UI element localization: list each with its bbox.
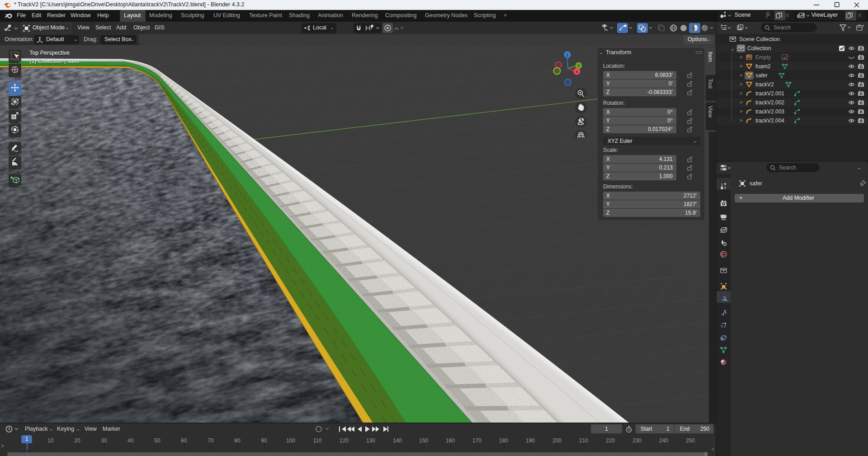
svg-text:Z: Z (566, 52, 569, 57)
svg-text:Y: Y (577, 63, 580, 68)
svg-text:X: X (576, 69, 579, 74)
